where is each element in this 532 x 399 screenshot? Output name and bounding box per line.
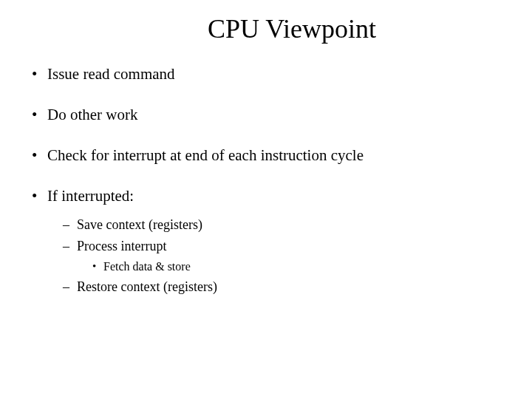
list-item: Process interrupt Fetch data & store — [61, 239, 510, 273]
sub-bullet-text: Restore context (registers) — [77, 279, 217, 294]
list-item: Check for interrupt at end of each instr… — [30, 146, 510, 165]
subsub-bullet-text: Fetch data & store — [103, 260, 191, 273]
sub-bullet-text: Save context (registers) — [77, 217, 202, 232]
bullet-list: Issue read command Do other work Check f… — [22, 65, 510, 295]
slide-title: CPU Viewpoint — [74, 13, 510, 44]
subsub-bullet-list: Fetch data & store — [77, 260, 510, 273]
sub-bullet-list: Save context (registers) Process interru… — [47, 217, 510, 295]
list-item: Save context (registers) — [61, 217, 510, 233]
list-item: Restore context (registers) — [61, 279, 510, 295]
list-item: Issue read command — [30, 65, 510, 83]
sub-bullet-text: Process interrupt — [77, 239, 166, 253]
list-item: Do other work — [30, 106, 510, 124]
list-item: If interrupted: Save context (registers)… — [30, 187, 510, 295]
bullet-text: If interrupted: — [47, 187, 134, 205]
bullet-text: Check for interrupt at end of each instr… — [47, 146, 364, 164]
bullet-text: Do other work — [47, 106, 137, 123]
list-item: Fetch data & store — [90, 260, 510, 273]
bullet-text: Issue read command — [47, 65, 175, 83]
